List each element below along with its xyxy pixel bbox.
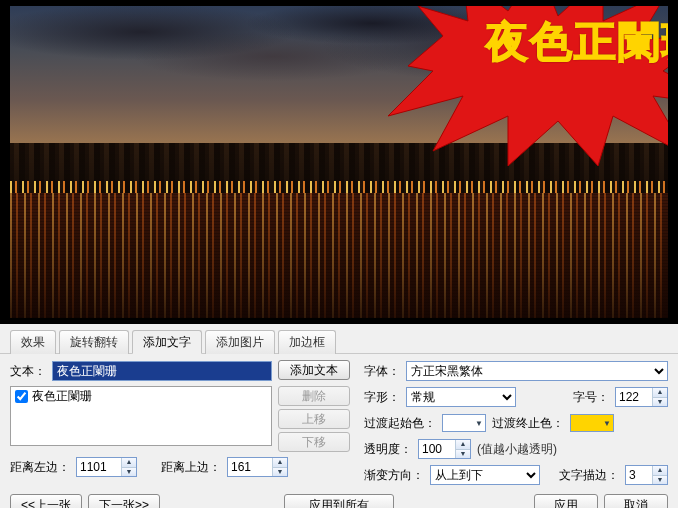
start-color-swatch[interactable]: ▼	[442, 414, 486, 432]
size-input[interactable]	[616, 388, 652, 406]
list-item-checkbox[interactable]	[15, 390, 28, 403]
end-color-swatch[interactable]: ▼	[570, 414, 614, 432]
spin-up-icon[interactable]: ▲	[456, 440, 470, 450]
add-text-button[interactable]: 添加文本	[278, 360, 350, 380]
tab-add-border[interactable]: 加边框	[278, 330, 336, 354]
spin-down-icon[interactable]: ▼	[653, 476, 667, 485]
style-select[interactable]: 常规	[406, 387, 516, 407]
stroke-input[interactable]	[626, 466, 652, 484]
tab-add-text[interactable]: 添加文字	[132, 330, 202, 354]
label-style: 字形：	[364, 389, 400, 406]
tab-add-image[interactable]: 添加图片	[205, 330, 275, 354]
label-start-color: 过渡起始色：	[364, 415, 436, 432]
chevron-down-icon: ▼	[475, 419, 483, 428]
opacity-spinner[interactable]: ▲▼	[418, 439, 471, 459]
text-list[interactable]: 夜色正闌珊	[10, 386, 272, 446]
label-distance-top: 距离上边：	[161, 459, 221, 476]
delete-button[interactable]: 删除	[278, 386, 350, 406]
controls-panel: 效果 旋转翻转 添加文字 添加图片 加边框 文本： 添加文本 夜色正闌珊	[0, 324, 678, 508]
prev-button[interactable]: <<上一张	[10, 494, 82, 508]
spin-up-icon[interactable]: ▲	[653, 466, 667, 476]
apply-all-button[interactable]: 应用到所有	[284, 494, 394, 508]
next-button[interactable]: 下一张>>	[88, 494, 160, 508]
overlay-text: 夜色正闌珊	[486, 14, 668, 70]
distance-left-input[interactable]	[77, 458, 121, 476]
distance-top-input[interactable]	[228, 458, 272, 476]
label-distance-left: 距离左边：	[10, 459, 70, 476]
apply-button[interactable]: 应用	[534, 494, 598, 508]
spin-down-icon[interactable]: ▼	[653, 398, 667, 407]
spin-up-icon[interactable]: ▲	[273, 458, 287, 468]
label-stroke: 文字描边：	[559, 467, 619, 484]
list-item[interactable]: 夜色正闌珊	[11, 387, 271, 406]
distance-left-spinner[interactable]: ▲▼	[76, 457, 137, 477]
label-text: 文本：	[10, 363, 46, 380]
chevron-down-icon: ▼	[603, 419, 611, 428]
font-select[interactable]: 方正宋黑繁体	[406, 361, 668, 381]
spin-down-icon[interactable]: ▼	[122, 468, 136, 477]
image-preview: 夜色正闌珊	[0, 0, 678, 324]
text-input[interactable]	[52, 361, 272, 381]
label-gradient-dir: 渐变方向：	[364, 467, 424, 484]
tab-bar: 效果 旋转翻转 添加文字 添加图片 加边框	[0, 324, 678, 354]
spin-up-icon[interactable]: ▲	[122, 458, 136, 468]
gradient-dir-select[interactable]: 从上到下	[430, 465, 540, 485]
label-opacity: 透明度：	[364, 441, 412, 458]
cancel-button[interactable]: 取消	[604, 494, 668, 508]
label-font: 字体：	[364, 363, 400, 380]
tab-rotate[interactable]: 旋转翻转	[59, 330, 129, 354]
label-end-color: 过渡终止色：	[492, 415, 564, 432]
tab-effect[interactable]: 效果	[10, 330, 56, 354]
move-down-button[interactable]: 下移	[278, 432, 350, 452]
list-item-label: 夜色正闌珊	[32, 388, 92, 405]
label-size: 字号：	[573, 389, 609, 406]
spin-down-icon[interactable]: ▼	[456, 450, 470, 459]
spin-up-icon[interactable]: ▲	[653, 388, 667, 398]
footer-bar: <<上一张 下一张>> 应用到所有 应用 取消	[0, 490, 678, 508]
preview-canvas: 夜色正闌珊	[10, 6, 668, 318]
opacity-input[interactable]	[419, 440, 455, 458]
size-spinner[interactable]: ▲▼	[615, 387, 668, 407]
text-overlay-burst: 夜色正闌珊	[388, 6, 668, 166]
opacity-note: (值越小越透明)	[477, 441, 557, 458]
move-up-button[interactable]: 上移	[278, 409, 350, 429]
stroke-spinner[interactable]: ▲▼	[625, 465, 668, 485]
distance-top-spinner[interactable]: ▲▼	[227, 457, 288, 477]
spin-down-icon[interactable]: ▼	[273, 468, 287, 477]
